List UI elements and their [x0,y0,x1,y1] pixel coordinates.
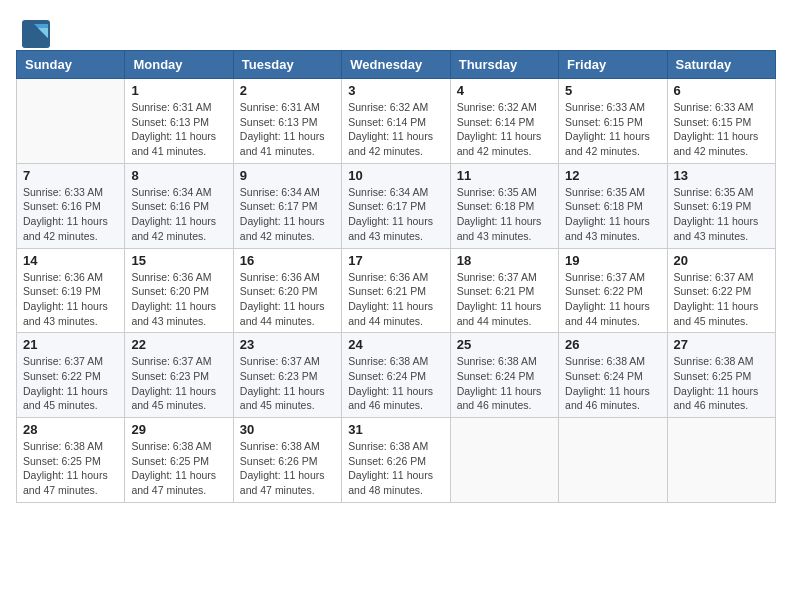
day-number: 2 [240,83,335,98]
calendar-cell: 4Sunrise: 6:32 AM Sunset: 6:14 PM Daylig… [450,79,558,164]
weekday-header-tuesday: Tuesday [233,51,341,79]
day-info: Sunrise: 6:37 AM Sunset: 6:22 PM Dayligh… [674,270,769,329]
calendar-cell: 11Sunrise: 6:35 AM Sunset: 6:18 PM Dayli… [450,163,558,248]
day-number: 13 [674,168,769,183]
day-number: 28 [23,422,118,437]
calendar-cell: 2Sunrise: 6:31 AM Sunset: 6:13 PM Daylig… [233,79,341,164]
day-info: Sunrise: 6:33 AM Sunset: 6:16 PM Dayligh… [23,185,118,244]
calendar-cell: 3Sunrise: 6:32 AM Sunset: 6:14 PM Daylig… [342,79,450,164]
day-info: Sunrise: 6:36 AM Sunset: 6:21 PM Dayligh… [348,270,443,329]
calendar-cell: 8Sunrise: 6:34 AM Sunset: 6:16 PM Daylig… [125,163,233,248]
day-number: 18 [457,253,552,268]
calendar-cell: 25Sunrise: 6:38 AM Sunset: 6:24 PM Dayli… [450,333,558,418]
calendar-cell: 5Sunrise: 6:33 AM Sunset: 6:15 PM Daylig… [559,79,667,164]
day-info: Sunrise: 6:36 AM Sunset: 6:19 PM Dayligh… [23,270,118,329]
logo [20,18,52,46]
day-number: 23 [240,337,335,352]
calendar-cell: 16Sunrise: 6:36 AM Sunset: 6:20 PM Dayli… [233,248,341,333]
calendar-cell: 21Sunrise: 6:37 AM Sunset: 6:22 PM Dayli… [17,333,125,418]
day-info: Sunrise: 6:34 AM Sunset: 6:17 PM Dayligh… [348,185,443,244]
calendar-cell [450,418,558,503]
calendar-week-3: 14Sunrise: 6:36 AM Sunset: 6:19 PM Dayli… [17,248,776,333]
day-number: 20 [674,253,769,268]
day-number: 26 [565,337,660,352]
day-number: 15 [131,253,226,268]
day-number: 29 [131,422,226,437]
weekday-header-monday: Monday [125,51,233,79]
calendar-table: SundayMondayTuesdayWednesdayThursdayFrid… [16,50,776,503]
weekday-header-wednesday: Wednesday [342,51,450,79]
logo-icon [20,18,48,46]
day-number: 21 [23,337,118,352]
weekday-header-thursday: Thursday [450,51,558,79]
day-info: Sunrise: 6:31 AM Sunset: 6:13 PM Dayligh… [240,100,335,159]
calendar-cell: 14Sunrise: 6:36 AM Sunset: 6:19 PM Dayli… [17,248,125,333]
day-number: 1 [131,83,226,98]
day-number: 8 [131,168,226,183]
day-info: Sunrise: 6:37 AM Sunset: 6:22 PM Dayligh… [23,354,118,413]
calendar-cell: 31Sunrise: 6:38 AM Sunset: 6:26 PM Dayli… [342,418,450,503]
day-number: 14 [23,253,118,268]
day-info: Sunrise: 6:36 AM Sunset: 6:20 PM Dayligh… [240,270,335,329]
day-number: 25 [457,337,552,352]
day-number: 22 [131,337,226,352]
calendar-cell [667,418,775,503]
page-header [10,10,782,50]
day-info: Sunrise: 6:38 AM Sunset: 6:24 PM Dayligh… [348,354,443,413]
day-info: Sunrise: 6:36 AM Sunset: 6:20 PM Dayligh… [131,270,226,329]
day-info: Sunrise: 6:37 AM Sunset: 6:23 PM Dayligh… [240,354,335,413]
day-info: Sunrise: 6:37 AM Sunset: 6:22 PM Dayligh… [565,270,660,329]
calendar-cell [559,418,667,503]
day-info: Sunrise: 6:35 AM Sunset: 6:18 PM Dayligh… [565,185,660,244]
day-info: Sunrise: 6:34 AM Sunset: 6:17 PM Dayligh… [240,185,335,244]
day-number: 31 [348,422,443,437]
calendar-cell: 27Sunrise: 6:38 AM Sunset: 6:25 PM Dayli… [667,333,775,418]
calendar-week-5: 28Sunrise: 6:38 AM Sunset: 6:25 PM Dayli… [17,418,776,503]
weekday-header-friday: Friday [559,51,667,79]
day-info: Sunrise: 6:38 AM Sunset: 6:24 PM Dayligh… [565,354,660,413]
day-info: Sunrise: 6:38 AM Sunset: 6:26 PM Dayligh… [240,439,335,498]
calendar-cell: 29Sunrise: 6:38 AM Sunset: 6:25 PM Dayli… [125,418,233,503]
weekday-header-saturday: Saturday [667,51,775,79]
day-number: 4 [457,83,552,98]
calendar-cell: 20Sunrise: 6:37 AM Sunset: 6:22 PM Dayli… [667,248,775,333]
day-info: Sunrise: 6:32 AM Sunset: 6:14 PM Dayligh… [457,100,552,159]
calendar-cell: 12Sunrise: 6:35 AM Sunset: 6:18 PM Dayli… [559,163,667,248]
day-info: Sunrise: 6:38 AM Sunset: 6:25 PM Dayligh… [674,354,769,413]
calendar-cell: 7Sunrise: 6:33 AM Sunset: 6:16 PM Daylig… [17,163,125,248]
calendar-cell: 28Sunrise: 6:38 AM Sunset: 6:25 PM Dayli… [17,418,125,503]
calendar-week-1: 1Sunrise: 6:31 AM Sunset: 6:13 PM Daylig… [17,79,776,164]
calendar-cell: 30Sunrise: 6:38 AM Sunset: 6:26 PM Dayli… [233,418,341,503]
day-info: Sunrise: 6:37 AM Sunset: 6:21 PM Dayligh… [457,270,552,329]
calendar-cell: 23Sunrise: 6:37 AM Sunset: 6:23 PM Dayli… [233,333,341,418]
day-number: 5 [565,83,660,98]
calendar-cell: 19Sunrise: 6:37 AM Sunset: 6:22 PM Dayli… [559,248,667,333]
day-number: 9 [240,168,335,183]
day-info: Sunrise: 6:32 AM Sunset: 6:14 PM Dayligh… [348,100,443,159]
weekday-header-sunday: Sunday [17,51,125,79]
day-info: Sunrise: 6:31 AM Sunset: 6:13 PM Dayligh… [131,100,226,159]
day-info: Sunrise: 6:37 AM Sunset: 6:23 PM Dayligh… [131,354,226,413]
calendar-week-2: 7Sunrise: 6:33 AM Sunset: 6:16 PM Daylig… [17,163,776,248]
day-number: 27 [674,337,769,352]
day-number: 3 [348,83,443,98]
day-number: 6 [674,83,769,98]
day-info: Sunrise: 6:35 AM Sunset: 6:18 PM Dayligh… [457,185,552,244]
day-number: 10 [348,168,443,183]
calendar-cell: 15Sunrise: 6:36 AM Sunset: 6:20 PM Dayli… [125,248,233,333]
calendar-cell: 1Sunrise: 6:31 AM Sunset: 6:13 PM Daylig… [125,79,233,164]
day-info: Sunrise: 6:38 AM Sunset: 6:25 PM Dayligh… [23,439,118,498]
day-number: 16 [240,253,335,268]
day-number: 17 [348,253,443,268]
day-number: 24 [348,337,443,352]
calendar-cell: 18Sunrise: 6:37 AM Sunset: 6:21 PM Dayli… [450,248,558,333]
day-info: Sunrise: 6:38 AM Sunset: 6:26 PM Dayligh… [348,439,443,498]
calendar-cell: 22Sunrise: 6:37 AM Sunset: 6:23 PM Dayli… [125,333,233,418]
calendar-cell [17,79,125,164]
day-info: Sunrise: 6:33 AM Sunset: 6:15 PM Dayligh… [674,100,769,159]
calendar: SundayMondayTuesdayWednesdayThursdayFrid… [10,50,782,503]
calendar-cell: 17Sunrise: 6:36 AM Sunset: 6:21 PM Dayli… [342,248,450,333]
calendar-cell: 6Sunrise: 6:33 AM Sunset: 6:15 PM Daylig… [667,79,775,164]
calendar-cell: 10Sunrise: 6:34 AM Sunset: 6:17 PM Dayli… [342,163,450,248]
day-info: Sunrise: 6:33 AM Sunset: 6:15 PM Dayligh… [565,100,660,159]
